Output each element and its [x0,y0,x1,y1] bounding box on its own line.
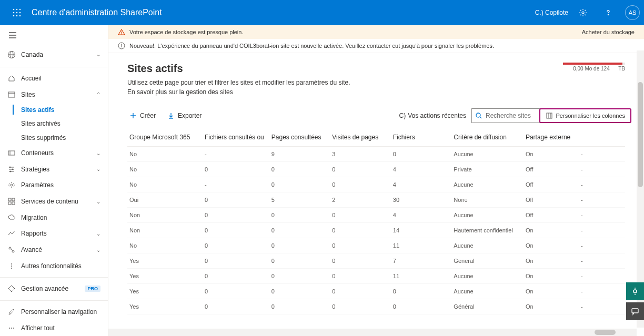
table-cell: - [581,162,625,177]
column-header[interactable]: Pages consultées [271,128,333,147]
app-launcher-icon[interactable] [4,0,29,25]
table-row[interactable]: No00011AucuneOn- [127,238,625,253]
table-cell: - [581,192,625,208]
table-cell: Off [526,177,581,192]
svg-point-36 [11,266,12,267]
column-header[interactable]: Fichiers [393,128,454,147]
svg-point-42 [122,34,122,34]
svg-line-51 [480,117,481,118]
table-cell: Oui [127,192,205,208]
table-cell: On [526,253,581,269]
svg-point-35 [11,263,12,264]
pro-badge: PRO [85,286,100,292]
nav-home[interactable]: Accueil [0,70,108,87]
nav-policies[interactable]: Stratégies ⌄ [0,161,108,177]
recent-actions-link[interactable]: Vos actions récentes [399,112,466,119]
table-cell: 0 [205,299,271,314]
nav-sites[interactable]: Sites ⌃ [0,86,108,103]
table-cell: 0 [332,223,393,238]
nav-content-services[interactable]: Services de contenu ⌄ [0,194,108,210]
table-cell: 0 [205,208,271,223]
table-cell: 0 [205,223,271,238]
plus-icon [129,112,137,119]
globe-icon [7,50,16,59]
table-row[interactable]: Yes0007GeneralOn- [127,253,625,269]
help-icon[interactable] [598,0,619,25]
advanced-icon [7,246,16,254]
svg-point-40 [13,328,14,329]
table-row[interactable]: Oui05230NoneOff- [127,192,625,208]
nav-show-all[interactable]: Afficher tout [0,320,108,336]
svg-rect-59 [632,309,638,313]
table-row[interactable]: No-004AucuneOff- [127,177,625,192]
nav-advanced-management[interactable]: Gestion avancée PRO [0,281,108,297]
column-header[interactable] [581,128,625,147]
table-row[interactable]: No-930AucuneOn- [127,147,625,162]
hamburger-button[interactable] [0,25,108,45]
table-cell: Off [526,192,581,208]
settings-icon[interactable] [572,0,593,25]
table-cell: 0 [332,238,393,253]
nav-archived-sites[interactable]: Sites archivés [0,117,108,131]
column-header[interactable]: Partage externe [526,128,581,147]
feedback-float-button[interactable] [626,302,644,320]
table-cell: 0 [205,192,271,208]
nav-reports[interactable]: Rapports ⌄ [0,226,108,242]
nav-active-sites[interactable]: Sites actifs [0,103,108,117]
nav-migration[interactable]: Migration [0,209,108,226]
svg-point-9 [582,12,584,14]
nav-containers[interactable]: Conteneurs ⌄ [0,145,108,161]
copilot-button[interactable]: C.) Copilote [535,9,568,16]
gear-icon [7,181,16,189]
nav-other-features[interactable]: Autres fonctionnalités [0,258,108,274]
table-row[interactable]: Yes00011AucuneOn- [127,269,625,284]
table-cell: 4 [393,177,454,192]
table-cell: 0 [332,269,393,284]
table-cell: 0 [332,162,393,177]
svg-line-34 [11,249,12,250]
nav-settings[interactable]: Paramètres [0,177,108,194]
page-subtitle: Utilisez cette page pour trier et filtre… [127,78,350,97]
column-header[interactable]: Fichiers consultés ou [205,128,271,147]
buy-storage-link[interactable]: Acheter du stockage [582,29,635,35]
persona-avatar[interactable]: AS [625,5,640,20]
table-row[interactable]: Non00014Hautement confidentielOn- [127,223,625,238]
table-cell: 0 [271,284,333,299]
table-cell: None [454,192,526,208]
customize-columns-button[interactable]: Personnaliser les colonnes [539,108,631,123]
create-button[interactable]: Créer [127,110,158,121]
table-cell: 0 [271,208,333,223]
column-header[interactable]: Groupe Microsoft 365 [127,128,205,147]
table-cell: - [581,177,625,192]
table-cell: Non [127,208,205,223]
export-button[interactable]: Exporter [165,110,204,121]
column-header[interactable]: Critère de diffusion [454,128,526,147]
table-cell: 0 [271,299,333,314]
storage-indicator: 0,00 Mo de 124 TB [563,63,625,72]
table-row[interactable]: Non0004AucuneOff- [127,208,625,223]
nav-customize-navigation[interactable]: Personnaliser la navigation [0,304,108,320]
table-cell: 0 [393,147,454,162]
table-cell: Yes [127,284,205,299]
table-cell: - [205,147,271,162]
horizontal-scrollbar[interactable] [108,329,637,336]
table-row[interactable]: Yes0000GénéralOn- [127,299,625,314]
nav-advanced[interactable]: Avancé ⌄ [0,242,108,258]
nav-deleted-sites[interactable]: Sites supprimés [0,131,108,145]
column-header[interactable]: Visites de pages [332,128,393,147]
svg-rect-19 [8,151,15,155]
sites-table-wrap: Groupe Microsoft 365Fichiers consultés o… [127,128,625,336]
table-cell: Aucune [454,177,526,192]
table-cell: - [581,269,625,284]
help-float-button[interactable] [626,282,644,300]
tenant-selector[interactable]: Canada ⌄ [0,45,108,64]
table-cell: 0 [332,177,393,192]
learn-more-link[interactable]: En savoir plus sur la gestion des sites [127,88,233,96]
svg-point-50 [476,113,480,117]
chevron-down-icon: ⌄ [96,52,100,57]
svg-point-5 [19,12,21,14]
svg-point-10 [608,14,608,15]
table-row[interactable]: No0004PrivateOff- [127,162,625,177]
table-row[interactable]: Yes0000AucuneOn- [127,284,625,299]
storage-bar [563,63,625,65]
